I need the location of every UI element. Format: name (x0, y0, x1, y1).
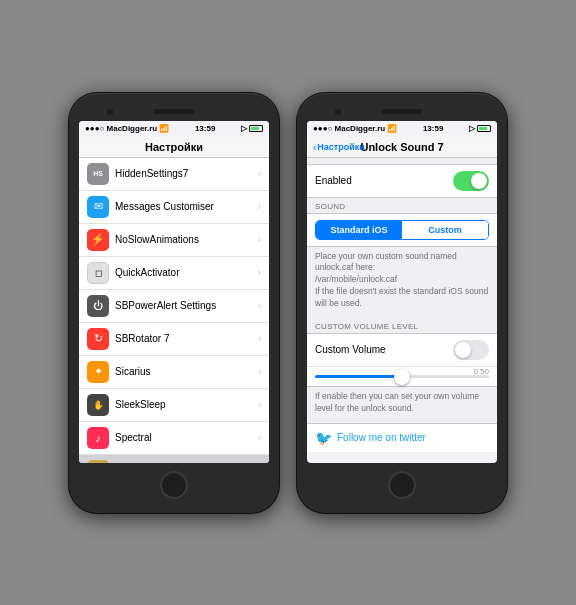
toggle-thumb-volume (455, 342, 471, 358)
icon-spectral: ♪ (87, 427, 109, 449)
location-right: ▷ (469, 124, 475, 133)
bottom-bar-left (79, 467, 269, 503)
wifi-right: 📶 (387, 124, 397, 133)
phones-container: ●●●○ MacDigger.ru 📶 13:59 ▷ Настройки HS (59, 83, 517, 523)
sound-segmented-control[interactable]: Standard iOS Custom (315, 220, 489, 240)
enabled-row: Enabled (307, 165, 497, 197)
battery-right (477, 125, 491, 132)
bottom-bar-right (307, 467, 497, 503)
twitter-icon: 🐦 (315, 430, 332, 446)
settings-list-left: HS HiddenSettings7 › ✉ Messages Customis… (79, 158, 269, 463)
list-item-selected[interactable]: 🔒 Unlock Sound 7 › (79, 455, 269, 463)
list-item[interactable]: ✦ Sicarius › (79, 356, 269, 389)
label-sleeksleep: SleekSleep (115, 399, 258, 410)
enabled-toggle[interactable] (453, 171, 489, 191)
sound-section-header: SOUND (307, 198, 497, 213)
twitter-row[interactable]: 🐦 Follow me on twitter (307, 423, 497, 452)
slider-track (315, 375, 489, 378)
toggle-thumb-enabled (471, 173, 487, 189)
chevron-spectral: › (258, 432, 261, 443)
label-sbpoweralert: SBPowerAlert Settings (115, 300, 258, 311)
label-noslowanimations: NoSlowAnimations (115, 234, 258, 245)
chevron-left-icon: ‹ (313, 141, 316, 152)
carrier-left: ●●●○ MacDigger.ru (85, 124, 157, 133)
enabled-label: Enabled (315, 175, 453, 186)
phone-left: ●●●○ MacDigger.ru 📶 13:59 ▷ Настройки HS (69, 93, 279, 513)
list-item[interactable]: ⏻ SBPowerAlert Settings › (79, 290, 269, 323)
custom-volume-row: Custom Volume (307, 334, 497, 367)
battery-left (249, 125, 263, 132)
custom-volume-label: Custom Volume (315, 344, 453, 355)
nav-back-label: Настройки (317, 142, 364, 152)
icon-sbrotator: ↻ (87, 328, 109, 350)
chevron-quickactivator: › (258, 267, 261, 278)
chevron-sleeksleep: › (258, 399, 261, 410)
slider-fill (315, 375, 402, 378)
home-button-right[interactable] (388, 471, 416, 499)
status-bar-left: ●●●○ MacDigger.ru 📶 13:59 ▷ (79, 121, 269, 137)
label-messages: Messages Customiser (115, 201, 258, 212)
icon-sbpoweralert: ⏻ (87, 295, 109, 317)
list-item[interactable]: ♪ Spectral › (79, 422, 269, 455)
nav-bar-left: Настройки (79, 137, 269, 158)
wifi-left: 📶 (159, 124, 169, 133)
chevron-sbrotator: › (258, 333, 261, 344)
custom-volume-header: CUSTOM VOLUME LEVEL (307, 318, 497, 333)
screen-left: ●●●○ MacDigger.ru 📶 13:59 ▷ Настройки HS (79, 121, 269, 463)
speaker-left (154, 109, 194, 114)
chevron-noslowanimations: › (258, 234, 261, 245)
label-spectral: Spectral (115, 432, 258, 443)
chevron-hiddensettings: › (258, 168, 261, 179)
list-item[interactable]: HS HiddenSettings7 › (79, 158, 269, 191)
volume-info-text: If enable then you can set your own volu… (307, 387, 497, 419)
icon-quickactivator: ◻ (87, 262, 109, 284)
nav-bar-right: ‹ Настройки Unlock Sound 7 (307, 137, 497, 158)
slider-thumb[interactable] (394, 369, 410, 385)
time-right: 13:59 (423, 124, 443, 133)
custom-volume-toggle[interactable] (453, 340, 489, 360)
icon-messages: ✉ (87, 196, 109, 218)
list-item[interactable]: ⚡ NoSlowAnimations › (79, 224, 269, 257)
custom-volume-section: CUSTOM VOLUME LEVEL Custom Volume 0.50 (307, 318, 497, 419)
seg-standard-ios[interactable]: Standard iOS (316, 221, 402, 239)
list-item[interactable]: ◻ QuickActivator › (79, 257, 269, 290)
status-bar-right: ●●●○ MacDigger.ru 📶 13:59 ▷ (307, 121, 497, 137)
label-sbrotator: SBRotator 7 (115, 333, 258, 344)
chevron-messages: › (258, 201, 261, 212)
label-sicarius: Sicarius (115, 366, 258, 377)
carrier-right: ●●●○ MacDigger.ru (313, 124, 385, 133)
sound-section: SOUND Standard iOS Custom Place your own… (307, 198, 497, 314)
seg-custom[interactable]: Custom (402, 221, 488, 239)
nav-title-right: Unlock Sound 7 (360, 141, 443, 153)
screen-right: ●●●○ MacDigger.ru 📶 13:59 ▷ ‹ Настройки … (307, 121, 497, 463)
home-button-left[interactable] (160, 471, 188, 499)
location-left: ▷ (241, 124, 247, 133)
label-quickactivator: QuickActivator (115, 267, 258, 278)
icon-hiddensettings: HS (87, 163, 109, 185)
time-left: 13:59 (195, 124, 215, 133)
list-item[interactable]: ↻ SBRotator 7 › (79, 323, 269, 356)
sound-info-text: Place your own custom sound named unlock… (307, 247, 497, 314)
nav-back-button[interactable]: ‹ Настройки (313, 141, 365, 152)
speaker-right (382, 109, 422, 114)
icon-unlocksound: 🔒 (87, 460, 109, 463)
list-item[interactable]: ✋ SleekSleep › (79, 389, 269, 422)
chevron-sbpoweralert: › (258, 300, 261, 311)
phone-top-bar-left (79, 103, 269, 121)
camera-left (107, 109, 113, 115)
status-right-left: ▷ (241, 124, 263, 133)
phone-right: ●●●○ MacDigger.ru 📶 13:59 ▷ ‹ Настройки … (297, 93, 507, 513)
chevron-sicarius: › (258, 366, 261, 377)
twitter-link-label: Follow me on twitter (337, 432, 426, 443)
status-left-right: ●●●○ MacDigger.ru 📶 (313, 124, 397, 133)
list-item[interactable]: ✉ Messages Customiser › (79, 191, 269, 224)
status-right-right: ▷ (469, 124, 491, 133)
status-left-left: ●●●○ MacDigger.ru 📶 (85, 124, 169, 133)
label-hiddensettings: HiddenSettings7 (115, 168, 258, 179)
camera-right (335, 109, 341, 115)
volume-slider-container: 0.50 (307, 367, 497, 386)
nav-title-left: Настройки (145, 141, 203, 153)
icon-noslowanimations: ⚡ (87, 229, 109, 251)
icon-sleeksleep: ✋ (87, 394, 109, 416)
icon-sicarius: ✦ (87, 361, 109, 383)
